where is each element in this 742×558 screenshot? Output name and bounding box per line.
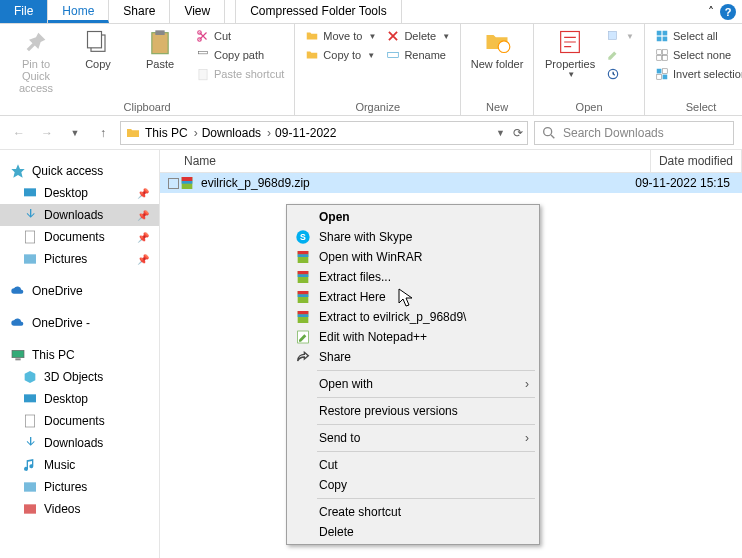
tab-file[interactable]: File — [0, 0, 48, 23]
pin-quick-access-button[interactable]: Pin to Quick access — [6, 26, 66, 96]
ctx-edit-notepad[interactable]: Edit with Notepad++ — [289, 327, 537, 347]
sidebar-item-pc-desktop[interactable]: Desktop — [0, 388, 159, 410]
tab-view[interactable]: View — [170, 0, 225, 23]
ctx-extract-to[interactable]: Extract to evilrick_p_968d9\ — [289, 307, 537, 327]
up-button[interactable]: ↑ — [92, 122, 114, 144]
column-name[interactable]: Name — [176, 150, 651, 172]
sidebar-item-3dobjects[interactable]: 3D Objects — [0, 366, 159, 388]
ctx-open-winrar[interactable]: Open with WinRAR — [289, 247, 537, 267]
select-all-button[interactable]: Select all — [651, 28, 742, 44]
copy-button[interactable]: Copy — [68, 26, 128, 72]
recent-locations-button[interactable]: ▼ — [64, 122, 86, 144]
copy-to-button[interactable]: Copy to▼ — [301, 47, 380, 63]
group-open: Properties▼ ▼ Open — [534, 24, 645, 115]
tab-home[interactable]: Home — [48, 0, 109, 23]
sidebar-item-videos[interactable]: Videos — [0, 498, 159, 520]
pin-icon: 📌 — [137, 210, 149, 221]
svg-rect-28 — [24, 254, 36, 263]
breadcrumb-downloads[interactable]: Downloads — [202, 126, 271, 140]
search-icon — [541, 125, 557, 141]
properties-button[interactable]: Properties▼ — [540, 26, 600, 81]
cut-button[interactable]: Cut — [192, 28, 288, 44]
svg-rect-32 — [25, 415, 34, 427]
select-none-button[interactable]: Select none — [651, 47, 742, 63]
copy-icon — [84, 28, 112, 56]
sidebar-item-label: Downloads — [44, 436, 103, 450]
svg-rect-20 — [663, 56, 668, 61]
sidebar-item-documents[interactable]: Documents📌 — [0, 226, 159, 248]
rename-label: Rename — [404, 49, 446, 61]
documents-icon — [22, 229, 38, 245]
sidebar-thispc[interactable]: This PC — [0, 344, 159, 366]
sidebar-item-desktop[interactable]: Desktop📌 — [0, 182, 159, 204]
svg-rect-36 — [182, 177, 193, 181]
svg-rect-45 — [298, 274, 309, 277]
open-small-button[interactable]: ▼ — [602, 28, 638, 44]
search-input[interactable]: Search Downloads — [534, 121, 734, 145]
copy-path-icon — [196, 48, 210, 62]
paste-button[interactable]: Paste — [130, 26, 190, 72]
rename-button[interactable]: Rename — [382, 47, 454, 63]
edit-small-button[interactable] — [602, 47, 638, 63]
chevron-down-icon: ▼ — [442, 32, 450, 41]
sidebar-item-music[interactable]: Music — [0, 454, 159, 476]
winrar-icon — [295, 249, 311, 265]
sidebar-onedrive2[interactable]: OneDrive - — [0, 312, 159, 334]
file-row[interactable]: evilrick_p_968d9.zip 09-11-2022 15:15 — [160, 173, 742, 193]
paste-shortcut-icon — [196, 67, 210, 81]
sidebar-item-pictures[interactable]: Pictures📌 — [0, 248, 159, 270]
ctx-label: Open with WinRAR — [319, 250, 422, 264]
delete-button[interactable]: Delete▼ — [382, 28, 454, 44]
back-button[interactable]: ← — [8, 122, 30, 144]
paste-shortcut-button[interactable]: Paste shortcut — [192, 66, 288, 82]
column-date[interactable]: Date modified — [651, 150, 742, 172]
new-folder-button[interactable]: New folder — [467, 26, 527, 72]
ctx-delete[interactable]: Delete — [289, 522, 537, 542]
thispc-icon — [10, 347, 26, 363]
ctx-restore-versions[interactable]: Restore previous versions — [289, 401, 537, 421]
svg-rect-22 — [663, 69, 668, 74]
invert-selection-button[interactable]: Invert selection — [651, 66, 742, 82]
tab-compressed-tools[interactable]: Compressed Folder Tools — [235, 0, 402, 23]
sidebar-item-pc-documents[interactable]: Documents — [0, 410, 159, 432]
breadcrumb-thispc[interactable]: This PC — [145, 126, 198, 140]
ribbon-collapse-icon[interactable]: ˄ — [708, 5, 714, 19]
address-dropdown-icon[interactable]: ▼ — [496, 128, 505, 138]
onedrive-label: OneDrive - — [32, 316, 90, 330]
ctx-cut[interactable]: Cut — [289, 455, 537, 475]
copy-path-button[interactable]: Copy path — [192, 47, 288, 63]
refresh-icon[interactable]: ⟳ — [513, 126, 523, 140]
svg-rect-1 — [88, 32, 102, 48]
ctx-open[interactable]: Open — [289, 207, 537, 227]
ctx-extract-files[interactable]: Extract files... — [289, 267, 537, 287]
ctx-send-to[interactable]: Send to› — [289, 428, 537, 448]
sidebar-item-label: Downloads — [44, 208, 103, 222]
select-all-label: Select all — [673, 30, 718, 42]
folder-copy-icon — [305, 48, 319, 62]
chevron-right-icon: › — [525, 431, 529, 445]
ctx-open-with[interactable]: Open with› — [289, 374, 537, 394]
ctx-share[interactable]: Share — [289, 347, 537, 367]
sidebar-item-pc-downloads[interactable]: Downloads — [0, 432, 159, 454]
sidebar-item-downloads[interactable]: Downloads📌 — [0, 204, 159, 226]
sidebar-quick-access[interactable]: Quick access — [0, 160, 159, 182]
forward-button[interactable]: → — [36, 122, 58, 144]
group-clipboard: Pin to Quick access Copy Paste Cut Copy … — [0, 24, 295, 115]
sidebar-onedrive[interactable]: OneDrive — [0, 280, 159, 302]
ribbon-tabs: File Home Share View Compressed Folder T… — [0, 0, 742, 24]
chevron-right-icon: › — [525, 377, 529, 391]
ctx-share-skype[interactable]: SShare with Skype — [289, 227, 537, 247]
history-icon — [606, 67, 620, 81]
3d-icon — [22, 369, 38, 385]
address-bar[interactable]: This PC Downloads 09-11-2022 ▼ ⟳ — [120, 121, 528, 145]
history-small-button[interactable] — [602, 66, 638, 82]
ctx-create-shortcut[interactable]: Create shortcut — [289, 502, 537, 522]
sidebar-item-pc-pictures[interactable]: Pictures — [0, 476, 159, 498]
row-checkbox[interactable] — [168, 178, 179, 189]
ctx-copy[interactable]: Copy — [289, 475, 537, 495]
tab-share[interactable]: Share — [109, 0, 170, 23]
move-to-button[interactable]: Move to▼ — [301, 28, 380, 44]
svg-rect-41 — [298, 251, 309, 254]
breadcrumb-folder[interactable]: 09-11-2022 — [275, 126, 342, 140]
help-icon[interactable]: ? — [720, 4, 736, 20]
